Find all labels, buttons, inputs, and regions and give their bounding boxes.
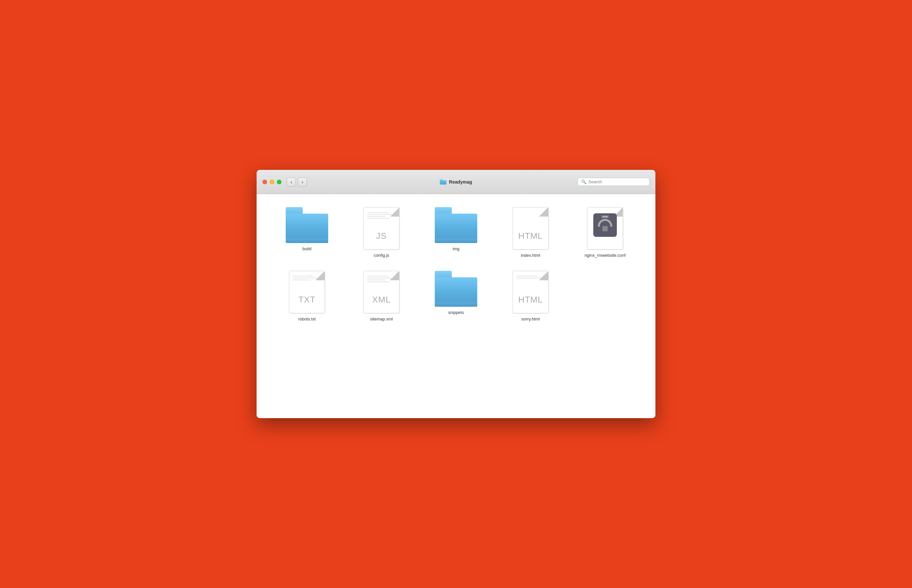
search-icon: 🔍 xyxy=(581,179,586,184)
search-box[interactable]: 🔍 xyxy=(578,178,650,186)
folder-title-icon xyxy=(440,179,447,184)
list-item[interactable]: HTML index.html xyxy=(493,204,568,261)
doc-line xyxy=(367,279,386,280)
vpn-arch xyxy=(598,219,612,227)
doc-line xyxy=(367,212,388,213)
folder-body xyxy=(286,214,328,243)
list-item[interactable]: build xyxy=(270,204,344,261)
doc-body: HTML xyxy=(513,271,549,313)
doc-fold xyxy=(539,207,548,216)
folder-tab xyxy=(286,207,303,214)
list-item[interactable]: HTML sorry.html xyxy=(493,268,568,325)
list-item[interactable]: img xyxy=(419,204,493,261)
html-file-icon: HTML xyxy=(513,207,549,250)
titlebar: ‹ › Readymag 🔍 xyxy=(257,170,655,194)
window-title: Readymag xyxy=(440,179,472,184)
doc-line xyxy=(516,276,537,276)
doc-line xyxy=(367,278,392,278)
file-name: nginx_rmwebsite.conf xyxy=(585,253,626,258)
doc-type-label: HTML xyxy=(513,231,548,241)
list-item[interactable]: XML sitemap.xml xyxy=(344,268,419,325)
vpn-label: VPN xyxy=(601,215,609,218)
back-button[interactable]: ‹ xyxy=(287,178,296,187)
txt-file-icon: TXT xyxy=(289,271,325,313)
doc-body: HTML xyxy=(513,207,549,250)
html-file-icon-2: HTML xyxy=(513,271,549,313)
maximize-button[interactable] xyxy=(277,180,282,184)
vpn-graphic: VPN xyxy=(593,213,617,237)
doc-line xyxy=(367,216,386,216)
list-item[interactable]: TXT robots.txt xyxy=(270,268,344,325)
file-name: snippets xyxy=(448,310,464,315)
doc-lines xyxy=(367,276,393,284)
folder-icon xyxy=(435,207,477,243)
doc-body: JS xyxy=(363,207,399,250)
list-item[interactable]: snippets xyxy=(419,268,493,325)
js-file-icon: JS xyxy=(363,207,399,250)
file-name: sorry.html xyxy=(522,317,540,321)
title-text: Readymag xyxy=(449,179,472,184)
conf-file-icon: VPN xyxy=(587,207,623,250)
doc-type-label: TXT xyxy=(289,295,325,305)
minimize-button[interactable] xyxy=(270,180,274,184)
folder-icon xyxy=(286,207,328,243)
search-input[interactable] xyxy=(588,179,646,184)
doc-type-label: JS xyxy=(364,231,399,241)
file-name: config.js xyxy=(374,253,389,258)
folder-body xyxy=(435,277,477,307)
file-name: index.html xyxy=(521,253,540,258)
file-name: build xyxy=(302,246,311,251)
folder-icon xyxy=(435,271,477,307)
folder-body xyxy=(435,214,477,243)
doc-line xyxy=(367,218,389,218)
doc-lines xyxy=(293,276,319,281)
folder-tab xyxy=(435,207,452,214)
doc-line xyxy=(293,278,317,278)
doc-line xyxy=(367,281,389,282)
traffic-lights xyxy=(262,180,282,184)
nav-buttons: ‹ › xyxy=(287,178,307,187)
list-item[interactable]: JS config.js xyxy=(344,204,419,261)
forward-button[interactable]: › xyxy=(298,178,307,187)
vpn-base xyxy=(603,226,607,231)
doc-type-label: XML xyxy=(364,295,399,305)
file-name: sitemap.xml xyxy=(370,317,393,321)
doc-type-label: HTML xyxy=(513,295,548,305)
file-grid: build JS config.js xyxy=(257,194,655,418)
doc-line xyxy=(367,276,388,276)
doc-line xyxy=(516,278,541,278)
doc-line xyxy=(293,279,311,280)
file-name: robots.txt xyxy=(298,317,316,321)
file-name: img xyxy=(453,246,460,251)
doc-lines xyxy=(516,276,542,279)
doc-line xyxy=(293,276,313,276)
doc-lines xyxy=(367,212,393,220)
close-button[interactable] xyxy=(262,180,267,184)
doc-body: XML xyxy=(363,271,399,313)
doc-body: TXT xyxy=(289,271,325,313)
folder-tab xyxy=(435,271,452,278)
list-item[interactable]: VPN nginx_rmwebsite.conf xyxy=(568,204,642,261)
finder-window: ‹ › Readymag 🔍 build xyxy=(257,170,655,418)
xml-file-icon: XML xyxy=(363,271,399,313)
doc-line xyxy=(367,214,392,215)
doc-body: VPN xyxy=(587,207,623,250)
